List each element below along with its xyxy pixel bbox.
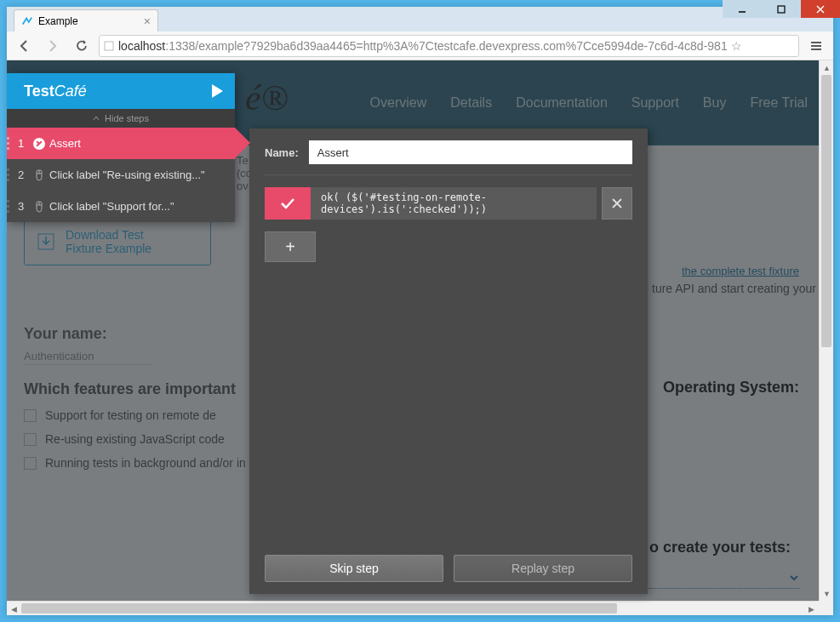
- step-number: 1: [7, 137, 29, 150]
- svg-rect-4: [105, 42, 113, 50]
- replay-step-button[interactable]: Replay step: [454, 555, 632, 582]
- viewport: Overview Details Documentation Support B…: [7, 60, 833, 615]
- window-controls: [723, 0, 840, 18]
- step-label: Click label "Support for...": [49, 200, 235, 213]
- forward-button[interactable]: [41, 34, 65, 58]
- chevron-up-icon: [93, 116, 100, 121]
- scroll-up-icon[interactable]: ▲: [820, 60, 833, 75]
- browser-toolbar: localhost:1338/example?7929ba6d39aa4465=…: [7, 31, 833, 60]
- vertical-scrollbar[interactable]: ▲ ▼: [819, 60, 833, 601]
- step-row-3[interactable]: 3 Click label "Support for...": [7, 191, 235, 222]
- browser-tab[interactable]: Example ×: [14, 9, 158, 31]
- assert-icon: [29, 137, 49, 151]
- skip-step-button[interactable]: Skip step: [265, 555, 443, 582]
- step-row-1[interactable]: 1 Assert: [7, 128, 235, 159]
- vertical-scroll-thumb[interactable]: [821, 75, 831, 347]
- divider: [265, 174, 632, 175]
- testcafe-sidebar: TestCafé Hide steps 1 Assert 2 Click lab…: [7, 73, 235, 222]
- step-label: Click label "Re-using existing...": [49, 168, 235, 181]
- step-number: 2: [7, 168, 29, 181]
- maximize-button[interactable]: [762, 0, 801, 18]
- bookmark-star-icon[interactable]: ☆: [731, 39, 742, 53]
- step-label: Assert: [49, 137, 235, 150]
- tab-close-icon[interactable]: ×: [144, 14, 151, 28]
- add-assertion-button[interactable]: +: [265, 231, 316, 262]
- testcafe-step-panel: Name: ok( ($('#testing-on-remote-devices…: [249, 128, 648, 594]
- horizontal-scrollbar[interactable]: ◀ ▶: [7, 601, 819, 615]
- page-icon: [103, 40, 115, 52]
- assertion-pass-icon[interactable]: [265, 187, 311, 220]
- step-number: 3: [7, 200, 29, 213]
- scroll-down-icon[interactable]: ▼: [820, 586, 833, 601]
- scroll-right-icon[interactable]: ▶: [804, 602, 819, 615]
- reload-button[interactable]: [70, 34, 94, 58]
- chrome-menu-button[interactable]: [804, 34, 828, 58]
- step-name-input[interactable]: [309, 140, 632, 164]
- assertion-code[interactable]: ok( ($('#testing-on-remote-devices').is(…: [311, 187, 597, 220]
- horizontal-scroll-thumb[interactable]: [21, 603, 617, 613]
- mouse-icon: [29, 201, 49, 213]
- hide-steps-toggle[interactable]: Hide steps: [7, 109, 235, 128]
- url-host: localhost: [118, 39, 165, 53]
- panel-footer: Skip step Replay step: [265, 546, 632, 582]
- back-button[interactable]: [12, 34, 36, 58]
- scroll-left-icon[interactable]: ◀: [7, 602, 21, 615]
- delete-assertion-button[interactable]: [602, 187, 632, 220]
- mouse-icon: [29, 169, 49, 181]
- play-icon[interactable]: [212, 84, 223, 98]
- testcafe-logo: TestCafé: [24, 83, 87, 100]
- tab-title: Example: [38, 15, 78, 27]
- address-bar[interactable]: localhost:1338/example?7929ba6d39aa4465=…: [99, 35, 799, 57]
- minimize-button[interactable]: [723, 0, 762, 18]
- assertion-row: ok( ($('#testing-on-remote-devices').is(…: [265, 187, 632, 220]
- name-row: Name:: [265, 140, 632, 164]
- name-label: Name:: [265, 146, 299, 159]
- testcafe-header: TestCafé: [7, 73, 235, 109]
- browser-window: Example × localhost:1338/example?7929ba6…: [7, 7, 833, 615]
- scrollbar-corner: [819, 601, 833, 615]
- tab-strip: Example ×: [7, 7, 833, 31]
- close-button[interactable]: [801, 0, 840, 18]
- favicon-icon: [21, 15, 33, 27]
- svg-rect-1: [778, 6, 785, 13]
- step-row-2[interactable]: 2 Click label "Re-using existing...": [7, 159, 235, 191]
- url-path: :1338/example?7929ba6d39aa4465=http%3A%7…: [165, 39, 727, 53]
